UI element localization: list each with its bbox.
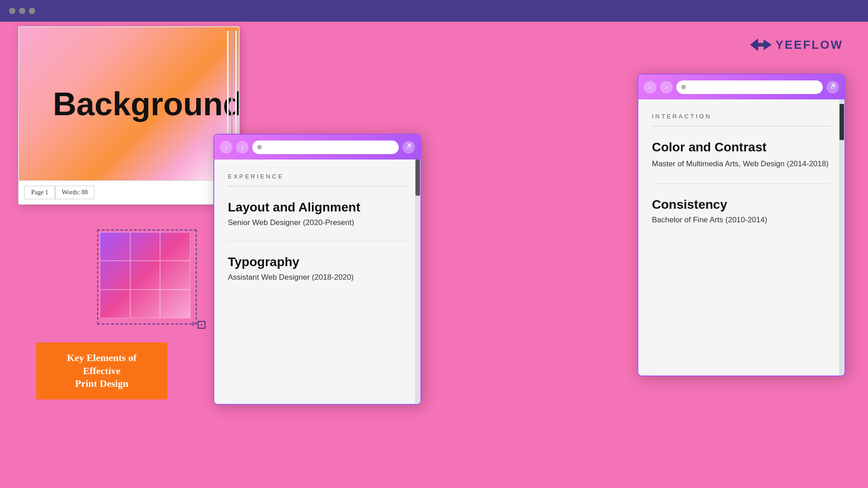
entry-color-contrast: Color and Contrast Master of Multimedia … bbox=[652, 140, 831, 170]
back-button-right[interactable]: ‹ bbox=[644, 81, 656, 94]
scrollbar-middle[interactable] bbox=[415, 160, 420, 404]
browser-content-right: INTERACTION Color and Contrast Master of… bbox=[638, 99, 844, 375]
scrollbar-thumb-right bbox=[840, 104, 844, 140]
traffic-dot-2 bbox=[19, 8, 25, 14]
traffic-dot-1 bbox=[9, 8, 15, 14]
grid-selection-area: ✛ ⊡ bbox=[97, 230, 197, 324]
grid-cell-1 bbox=[100, 232, 130, 261]
browser-chrome-middle: ‹ › ⊕ ☆ ✕ bbox=[214, 135, 420, 160]
grid-cell-8 bbox=[130, 290, 160, 318]
globe-icon-middle: ⊕ bbox=[257, 143, 262, 151]
interaction-section-label: INTERACTION bbox=[652, 113, 831, 120]
entry-layout-alignment: Layout and Alignment Senior Web Designer… bbox=[228, 200, 407, 227]
entry-subtitle-2: Assistant Web Designer (2018-2020) bbox=[228, 273, 407, 282]
browser-chrome-right: ‹ › ⊕ ☆ ✕ bbox=[638, 75, 844, 99]
browser-window-middle: ‹ › ⊕ ☆ ✕ EXPERIENCE Layout and Alignmen… bbox=[213, 134, 421, 405]
scrollbar-right[interactable] bbox=[839, 99, 844, 375]
traffic-dot-3 bbox=[29, 8, 35, 14]
entry-subtitle-3: Master of Multimedia Arts, Web Design (2… bbox=[652, 158, 831, 170]
grid-cell-3 bbox=[160, 232, 190, 261]
doc-footer: Page 1 Words: 88 bbox=[19, 180, 239, 204]
crop-icon: ⊡ bbox=[197, 318, 207, 332]
grid-cell-9 bbox=[160, 290, 190, 318]
url-bar-middle[interactable]: ⊕ bbox=[252, 141, 399, 154]
doc-page-number: Page 1 bbox=[24, 186, 55, 199]
entry-consistency: Consistency Bachelor of Fine Arts (2010-… bbox=[652, 197, 831, 225]
entry-title-2: Typography bbox=[228, 255, 407, 269]
section-divider-right bbox=[652, 126, 831, 127]
globe-icon-right: ⊕ bbox=[681, 83, 686, 91]
grid-cell-4 bbox=[100, 261, 130, 289]
orange-button[interactable]: Key Elements of Effective Print Design bbox=[36, 343, 167, 399]
entry-divider-1 bbox=[228, 241, 407, 241]
entry-title-4: Consistency bbox=[652, 197, 831, 212]
gradient-grid bbox=[100, 232, 190, 318]
orange-button-line2: Print Design bbox=[75, 378, 128, 389]
entry-divider-2 bbox=[652, 183, 831, 184]
entry-subtitle-1: Senior Web Designer (2020-Present) bbox=[228, 218, 407, 227]
grid-cell-7 bbox=[100, 290, 130, 318]
doc-word-count: Words: 88 bbox=[55, 186, 95, 199]
entry-subtitle-4: Bachelor of Fine Arts (2010-2014) bbox=[652, 216, 831, 225]
doc-background-title: Background bbox=[53, 85, 240, 122]
entry-typography: Typography Assistant Web Designer (2018-… bbox=[228, 255, 407, 282]
main-content-area: YEEFLOW Background Page 1 Words: 88 bbox=[0, 22, 868, 488]
document-window: Background Page 1 Words: 88 bbox=[18, 26, 240, 205]
grid-cell-5 bbox=[130, 261, 160, 289]
grid-cell-2 bbox=[130, 232, 160, 261]
doc-gradient-background: Background bbox=[19, 27, 239, 181]
forward-button-middle[interactable]: › bbox=[236, 141, 249, 154]
entry-title-1: Layout and Alignment bbox=[228, 200, 407, 215]
yeeflow-logo-text: YEEFLOW bbox=[775, 38, 843, 52]
url-bar-right[interactable]: ⊕ bbox=[676, 80, 823, 94]
close-button-middle[interactable]: ✕ bbox=[404, 140, 414, 150]
section-divider-middle bbox=[228, 186, 407, 187]
svg-marker-0 bbox=[750, 38, 772, 51]
forward-button-right[interactable]: › bbox=[660, 81, 673, 94]
crop-crosshair-icon: ✛ bbox=[190, 320, 196, 328]
scrollbar-thumb-middle bbox=[415, 160, 420, 196]
orange-button-line1: Key Elements of Effective bbox=[67, 352, 137, 376]
top-browser-bar bbox=[0, 0, 868, 22]
entry-title-3: Color and Contrast bbox=[652, 140, 831, 155]
traffic-lights bbox=[9, 8, 35, 14]
back-button-middle[interactable]: ‹ bbox=[220, 141, 232, 154]
close-button-right[interactable]: ✕ bbox=[828, 80, 838, 90]
yeeflow-logo-icon bbox=[750, 38, 772, 52]
experience-section-label: EXPERIENCE bbox=[228, 173, 407, 180]
browser-window-right: ‹ › ⊕ ☆ ✕ INTERACTION Color and Contrast… bbox=[637, 74, 845, 376]
yeeflow-logo-area: YEEFLOW bbox=[750, 38, 843, 52]
grid-cell-6 bbox=[160, 261, 190, 289]
browser-content-middle: EXPERIENCE Layout and Alignment Senior W… bbox=[214, 160, 420, 404]
